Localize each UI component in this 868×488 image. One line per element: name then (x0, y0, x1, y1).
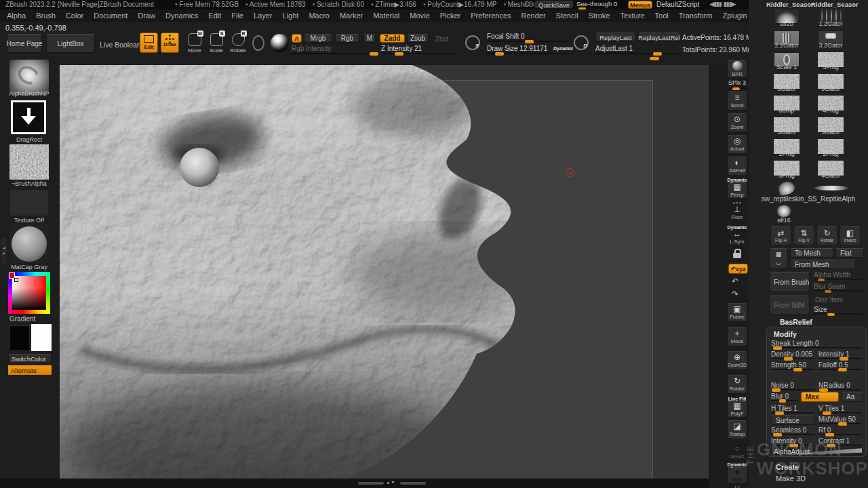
seamless-slider[interactable]: Seamless 0 (771, 426, 814, 435)
menu-stencil[interactable]: Stencil (556, 12, 578, 20)
persp-button[interactable]: ▦Persp (727, 182, 747, 199)
default-zscript-label[interactable]: DefaultZScript (656, 1, 699, 8)
menu-document[interactable]: Document (94, 12, 127, 20)
current-stroke-thumbnail[interactable] (11, 100, 46, 134)
menu-alpha[interactable]: Alpha (7, 12, 26, 20)
midvalue-handle[interactable] (838, 422, 847, 426)
intensity2-slider[interactable]: Intensity 0 (771, 437, 814, 446)
solo-button[interactable]: ●Solo (727, 467, 747, 483)
ghost-button[interactable]: ○Ghost (727, 443, 747, 461)
reptile-alpha-leaf-thumb[interactable] (777, 180, 795, 197)
rgb-intensity-slider[interactable]: Rgb Intensity (292, 45, 378, 54)
flip-h-button[interactable]: ⇄Flip H (770, 226, 791, 245)
menu-brush[interactable]: Brush (36, 12, 56, 20)
alpha-width-handle[interactable] (818, 279, 825, 281)
draw-size-handle[interactable] (495, 52, 504, 56)
secondary-color-swatch[interactable] (31, 324, 52, 351)
depth-mask-icon[interactable]: D (574, 35, 589, 50)
reptile-alpha-lizard-thumb[interactable] (814, 186, 849, 190)
material-sphere-icon[interactable] (271, 34, 289, 52)
menus-button[interactable]: Menus (628, 1, 652, 9)
modify-header[interactable]: Modify (774, 330, 797, 338)
menu-edit[interactable]: Edit (208, 12, 221, 20)
blur-handle[interactable] (779, 399, 786, 403)
menu-picker[interactable]: Picker (440, 12, 461, 20)
home-page-button[interactable]: Home Page (7, 34, 42, 53)
from-mesh-button[interactable]: From Mesh (790, 260, 856, 269)
menu-layer[interactable]: Layer (254, 12, 273, 20)
bpr-button[interactable]: BPR (727, 60, 747, 78)
create-section-header[interactable]: Create (776, 463, 799, 471)
alpha-adjust-curve[interactable]: AlphaAdjust (771, 447, 862, 456)
current-texture-thumbnail[interactable] (9, 189, 49, 216)
menu-light[interactable]: Light (283, 12, 299, 20)
size-slider[interactable]: Size (814, 306, 863, 314)
rotate-button[interactable]: R Rotate (228, 33, 248, 54)
menu-tool[interactable]: Tool (655, 12, 669, 20)
strength-handle[interactable] (793, 368, 802, 371)
see-through-slider[interactable]: See-through 0 (576, 0, 623, 9)
flat-button[interactable]: Flat (835, 248, 864, 258)
rgb-button[interactable]: Rgb (335, 34, 359, 43)
quicksave-button[interactable]: QuickSave (534, 1, 574, 9)
transp-button[interactable]: ◪Transp (727, 420, 747, 439)
menu-render[interactable]: Render (521, 12, 546, 20)
main-color-swatch[interactable] (9, 325, 30, 351)
falloff-handle[interactable] (838, 368, 847, 371)
zcut-label[interactable]: Zcut (435, 35, 448, 43)
density-handle[interactable] (784, 357, 793, 361)
local-symmetry-xyz-button[interactable]: ↶xyz (728, 264, 748, 274)
lightbox-button[interactable]: LightBox (46, 34, 95, 53)
live-boolean-label[interactable]: Live Boolean (100, 41, 141, 49)
rgb-intensity-handle[interactable] (370, 52, 378, 56)
rotate-alpha-button[interactable]: ↻Rotate (816, 226, 837, 245)
aahalf-button[interactable]: ◐AAHalf (727, 157, 747, 176)
h-tiles-handle[interactable] (775, 411, 784, 415)
adjust-last-slider[interactable]: AdjustLast 1 (595, 45, 680, 54)
switch-color-button[interactable]: SwitchColor (8, 354, 52, 363)
max-button[interactable]: Max (801, 392, 839, 402)
rf-slider[interactable]: Rf 0 (818, 426, 862, 435)
noise-handle[interactable] (772, 388, 781, 392)
zoom3d-button[interactable]: ⊕Zoom3D (727, 351, 747, 370)
adjust-last-handle[interactable] (653, 52, 662, 56)
streak-length-handle[interactable] (773, 346, 782, 350)
tray-arrows-icon[interactable]: ▲▼ (386, 480, 395, 485)
focal-shift-slider[interactable]: Focal Shift 0 (487, 33, 570, 42)
contrast-slider[interactable]: Contrast 1 (818, 437, 862, 446)
lsym-button[interactable]: ↔L.Sym (727, 230, 747, 245)
menu-transform[interactable]: Transform (679, 12, 713, 20)
from-imm-button[interactable]: From IMM (769, 296, 810, 314)
polyf-button[interactable]: ▦PolyF (727, 401, 747, 418)
xpose-button[interactable]: ∷Xpose (727, 484, 747, 488)
size-handle[interactable] (827, 313, 835, 316)
menu-zplugin[interactable]: Zplugin (722, 12, 747, 20)
zadd-button[interactable]: Zadd (380, 34, 405, 43)
v-tiles-handle[interactable] (823, 411, 831, 415)
menu-movie[interactable]: Movie (410, 12, 429, 20)
alf16-thumb[interactable] (777, 205, 791, 217)
mrgb-button[interactable]: Mrgb (304, 34, 332, 43)
z-intensity-handle[interactable] (395, 52, 403, 56)
dynamic-draw-size-label[interactable]: Dynamic (553, 46, 573, 51)
aa-button[interactable]: Aa (842, 392, 863, 402)
current-material-thumbnail[interactable] (9, 225, 49, 263)
intensity-handle[interactable] (840, 357, 848, 361)
flip-v-button[interactable]: ⇅Flip V (793, 226, 814, 245)
menu-file[interactable]: File (231, 12, 243, 20)
strength-slider[interactable]: Strength 50 (771, 361, 814, 370)
make-3d-button[interactable]: Make 3D (776, 474, 806, 483)
menu-preferences[interactable]: Preferences (471, 12, 511, 20)
menu-draw[interactable]: Draw (138, 12, 155, 20)
move-button[interactable]: M Move (184, 33, 205, 54)
replay-last-button[interactable]: ReplayLast (595, 33, 636, 42)
seamless-handle[interactable] (773, 433, 782, 436)
density-slider[interactable]: Density 0.005 (771, 350, 814, 359)
h-tiles-slider[interactable]: H Tiles 1 (771, 405, 814, 413)
alpha-set-header-1[interactable]: Riddler_Seasor (766, 1, 814, 8)
invers-button[interactable]: ◧Invers (840, 226, 861, 245)
basrelief-header[interactable]: BasRelief (780, 318, 812, 326)
mrgb-a-button[interactable]: A (292, 34, 302, 43)
stroke-picker-icon[interactable]: S (465, 35, 480, 50)
draw-button[interactable]: Draw (161, 33, 179, 53)
